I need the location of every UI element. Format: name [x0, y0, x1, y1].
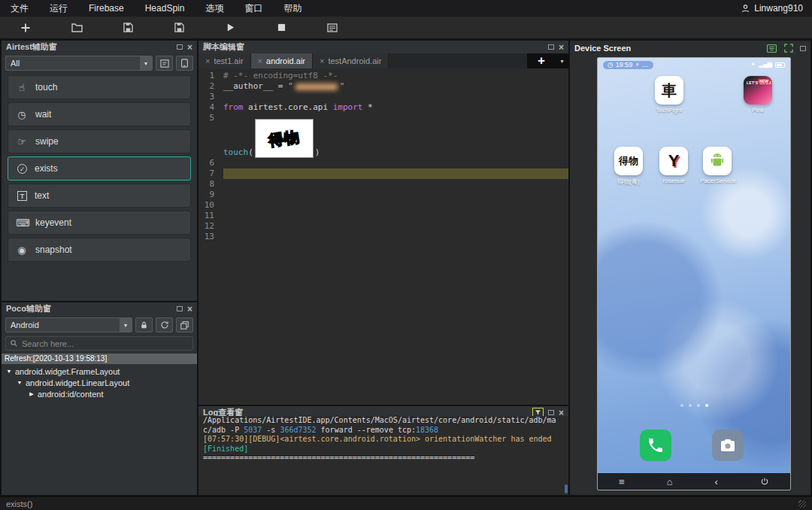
device-icon [180, 59, 189, 68]
save-as-button[interactable] [170, 20, 188, 36]
keyevent-button[interactable]: ⌨ keyevent [8, 211, 191, 235]
float-panel-icon[interactable] [177, 306, 183, 311]
refresh-button[interactable] [156, 317, 173, 332]
menu-item-firebase[interactable]: Firebase [78, 0, 135, 17]
new-script-button[interactable] [17, 20, 35, 36]
string-quote: " [288, 81, 293, 91]
collapse-arrow-icon[interactable]: ▼ [6, 369, 12, 374]
float-panel-icon[interactable] [548, 44, 554, 50]
text-button[interactable]: T text [8, 184, 191, 208]
line-number: 7 [198, 168, 214, 179]
status-bar: exists() [0, 496, 812, 510]
run-script-button[interactable] [221, 20, 239, 36]
screen-capture-button[interactable] [176, 56, 193, 71]
code-line [223, 232, 568, 242]
wait-button[interactable]: ◷ wait [8, 102, 191, 126]
menu-item-options[interactable]: 选项 [195, 0, 234, 17]
menu-item-run[interactable]: 运行 [39, 0, 78, 17]
exists-button[interactable]: ✓ exists [8, 156, 191, 181]
nav-power-button[interactable] [760, 477, 769, 486]
dewu-app-icon: 得物 [614, 147, 643, 175]
keyevent-label: keyevent [35, 217, 71, 228]
tab-testandroid[interactable]: × testAndroid.air [313, 53, 389, 68]
snapshot-button[interactable]: ◉ snapshot [8, 238, 191, 262]
collapse-arrow-icon[interactable]: ▼ [17, 380, 23, 385]
camera-app-dock[interactable] [712, 430, 744, 461]
code-line [223, 190, 568, 200]
editor-panel-title: 脚本编辑窗 [203, 41, 244, 53]
fullscreen-button[interactable] [783, 43, 795, 53]
tab-label: android.air [266, 56, 305, 65]
nav-back-button[interactable]: ‹ [715, 477, 718, 487]
tab-test1[interactable]: × test1.air [198, 53, 251, 68]
tab-list-button[interactable]: ▾ [556, 53, 568, 68]
tree-node-label: android:id/content [38, 390, 103, 399]
close-tab-icon[interactable]: × [205, 56, 210, 65]
swipe-button[interactable]: ☞ swipe [8, 129, 191, 153]
close-tab-icon[interactable]: × [320, 56, 324, 65]
close-panel-icon[interactable]: × [559, 43, 564, 52]
touch-button[interactable]: ☝ touch [8, 75, 191, 99]
code-editor[interactable]: 1 2 3 4 5 6 7 8 9 10 11 12 13 [198, 68, 568, 405]
line-number: 1 [198, 71, 214, 81]
poco-mode-select[interactable]: Android ▾ [5, 317, 132, 332]
line-number: 3 [198, 92, 214, 102]
new-tab-button[interactable]: + [527, 53, 556, 68]
keyboard-grid-button[interactable] [765, 43, 777, 53]
menu-item-file[interactable]: 文件 [0, 0, 39, 17]
airtest-ide-window: 文件 运行 Firebase HeadSpin 选项 窗口 帮助 Linwang… [0, 0, 812, 510]
menu-item-window[interactable]: 窗口 [234, 0, 273, 17]
keyevent-icon: ⌨ [16, 218, 28, 228]
open-script-button[interactable] [68, 20, 86, 36]
float-panel-icon[interactable] [177, 44, 183, 50]
airtest-filter-select[interactable]: All ▾ [5, 56, 153, 71]
phone-status-bar: ◷ 19:59 ⚡ … ✦ ▂▄▆ [598, 58, 790, 71]
tree-node-linearlayout[interactable]: ▼ android.widget.LinearLayout [2, 377, 197, 388]
menu-item-headspin[interactable]: HeadSpin [135, 0, 195, 17]
line-number: 2 [198, 81, 214, 92]
app-pink[interactable]: LET'S COOK NEW Pink [741, 76, 775, 114]
copy-tree-button[interactable] [176, 317, 193, 332]
script-insert-button[interactable] [156, 56, 173, 71]
float-panel-icon[interactable] [548, 410, 554, 415]
device-mirror-screen[interactable]: ◷ 19:59 ⚡ … ✦ ▂▄▆ 車 TechFight [597, 57, 791, 490]
close-panel-icon[interactable]: × [187, 305, 192, 314]
lock-button[interactable] [135, 317, 153, 332]
code-line [223, 221, 568, 232]
nav-menu-button[interactable]: ≡ [619, 477, 625, 487]
signal-icon: ▂▄▆ [759, 62, 772, 68]
nav-home-button[interactable]: ⌂ [667, 477, 673, 487]
tree-node-framelayout[interactable]: ▼ android.widget.FrameLayout [2, 366, 197, 377]
poco-refresh-row[interactable]: Refresh:[2020-10-13 19:58:13] [2, 354, 197, 364]
poco-assist-panel: Poco辅助窗 × Android ▾ [2, 302, 197, 495]
resize-grip[interactable] [798, 500, 806, 508]
line-number: 6 [198, 158, 214, 168]
code-line [223, 200, 568, 211]
airtest-filter-value: All [11, 59, 20, 68]
tab-android[interactable]: × android.air [251, 53, 313, 68]
log-scrollbar-thumb[interactable] [565, 484, 568, 493]
app-dewu[interactable]: 得物 得物(毒) [611, 147, 646, 186]
editor-tab-bar: × test1.air × android.air × testAndroid.… [198, 53, 568, 68]
app-rosenue[interactable]: Y rosenue [656, 147, 691, 184]
tree-node-content[interactable]: ▶ android:id/content [2, 388, 197, 399]
app-pacerservice[interactable]: PacerService [700, 147, 735, 184]
phone-app-dock[interactable] [640, 430, 671, 461]
user-account[interactable]: Linwang910 [741, 3, 812, 14]
poco-mode-value: Android [11, 320, 39, 329]
menu-item-help[interactable]: 帮助 [273, 0, 312, 17]
close-tab-icon[interactable]: × [258, 56, 262, 65]
poco-search-input[interactable] [22, 339, 189, 348]
template-image-thumbnail[interactable]: 得物 [255, 119, 314, 158]
close-panel-icon[interactable]: × [187, 43, 192, 52]
save-button[interactable] [119, 20, 137, 36]
expand-arrow-icon[interactable]: ▶ [29, 391, 35, 397]
app-techfight[interactable]: 車 TechFight [652, 76, 686, 114]
airtest-assist-panel: Airtest辅助窗 × All ▾ ☝ touch [2, 41, 197, 301]
float-panel-icon[interactable] [800, 46, 806, 51]
folder-icon [71, 23, 83, 32]
code-line: # -*- encoding=utf8 -*- [223, 71, 568, 81]
view-report-button[interactable] [323, 20, 341, 36]
stop-script-button[interactable] [272, 20, 290, 36]
port-number: 5037 [244, 426, 262, 434]
